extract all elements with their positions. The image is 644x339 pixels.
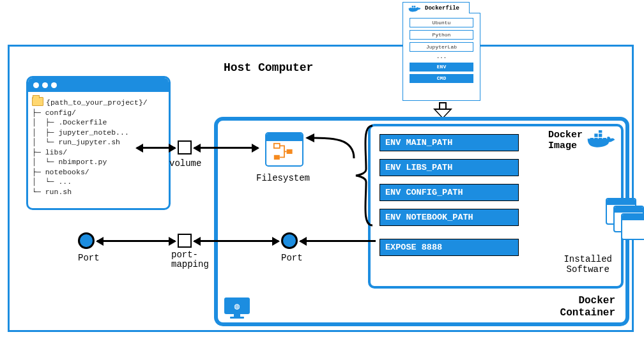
- image-label-line: Image: [548, 140, 577, 151]
- image-label: Docker Image: [548, 130, 583, 151]
- port-mapping-node: [178, 234, 192, 248]
- env-row: ENV NOTEBOOK_PATH: [379, 209, 519, 226]
- filesystem-label: Filesystem: [256, 173, 310, 183]
- svg-rect-13: [594, 133, 597, 137]
- svg-rect-15: [599, 130, 602, 133]
- filesystem-icon: [265, 132, 303, 167]
- container-label-line: Docker: [578, 295, 615, 306]
- port-icon: [281, 232, 298, 249]
- tree-line: │ └─ nbimport.py: [32, 158, 107, 166]
- tree-line: └─ run.sh: [32, 188, 72, 196]
- docker-container-box: Docker Container ◍ Filesystem Docker Ima…: [214, 117, 629, 326]
- dockerfile-row: Ubuntu: [410, 18, 473, 27]
- installed-software-label: Installed Software: [564, 254, 612, 275]
- host-label: Host Computer: [224, 61, 313, 74]
- computer-icon: ◍: [224, 298, 250, 319]
- dockerfile-env-row: ENV: [410, 63, 473, 72]
- bi-arrow-icon: [97, 240, 175, 242]
- window-titlebar: [28, 78, 169, 92]
- dockerfile-title: Dockerfile: [425, 5, 459, 11]
- window-dot-icon: [51, 82, 57, 88]
- window-dot-icon: [33, 82, 39, 88]
- env-row: ENV MAIN_PATH: [379, 134, 519, 151]
- dockerfile-document: Dockerfile Ubuntu Python JupyterLab ... …: [402, 2, 480, 101]
- host-filesystem-window: {path_to_your_project}/ ├─ config/ │ ├─ …: [26, 76, 171, 210]
- tree-line: ├─ config/: [32, 109, 76, 117]
- container-label-line: Container: [560, 307, 615, 319]
- port-label: Port: [281, 253, 303, 263]
- volume-label: volume: [169, 158, 201, 169]
- svg-rect-4: [412, 6, 414, 8]
- volume-mount-node: [178, 140, 192, 154]
- expose-row: EXPOSE 8888: [379, 239, 519, 256]
- curved-arrow-icon: [305, 132, 356, 170]
- window-dot-icon: [42, 82, 48, 88]
- page-fold-icon: [469, 2, 480, 13]
- dockerfile-row: JupyterLab: [410, 42, 473, 52]
- tree-line: ├─ notebooks/: [32, 168, 89, 176]
- tree-line: │ └─ ...: [32, 177, 72, 186]
- env-row: ENV LIBS_PATH: [379, 159, 519, 176]
- tree-line: │ ├─ jupyter_noteb...: [32, 128, 129, 137]
- env-row: ENV CONFIG_PATH: [379, 184, 519, 201]
- bi-arrow-icon: [194, 240, 279, 242]
- svg-rect-5: [414, 6, 416, 8]
- tree-line: ├─ libs/: [32, 148, 67, 156]
- svg-rect-8: [287, 149, 293, 154]
- svg-rect-7: [274, 155, 280, 160]
- port-mapping-label: port- mapping: [171, 250, 209, 270]
- docker-whale-icon: [408, 4, 421, 14]
- tree-line: │ └─ run_jupyter.sh: [32, 138, 120, 146]
- svg-rect-6: [274, 144, 280, 148]
- container-label: Docker Container: [560, 295, 615, 319]
- tree-line: │ ├─ .Dockerfile: [32, 118, 107, 126]
- docker-image-box: Docker Image ENV MAIN_PATH ENV LIBS_PATH…: [368, 124, 624, 289]
- port-icon: [78, 232, 95, 249]
- label-line: port-: [171, 250, 198, 260]
- port-label: Port: [78, 253, 100, 263]
- label-line: mapping: [171, 259, 209, 269]
- image-label-line: Docker: [548, 130, 583, 140]
- bi-arrow-icon: [194, 147, 258, 149]
- label-line: Installed: [564, 254, 612, 264]
- left-arrow-icon: [300, 240, 376, 242]
- bi-arrow-icon: [137, 147, 175, 149]
- dockerfile-cmd-row: CMD: [410, 74, 473, 83]
- svg-marker-16: [305, 133, 314, 142]
- svg-rect-14: [599, 133, 602, 137]
- curly-brace-icon: [355, 124, 374, 227]
- dockerfile-ellipsis: ...: [410, 54, 473, 61]
- tree-root: {path_to_your_project}/: [46, 98, 148, 107]
- dockerfile-row: Python: [410, 30, 473, 40]
- docker-whale-icon: [586, 130, 616, 151]
- label-line: Software: [567, 264, 610, 275]
- folder-icon: [32, 97, 43, 106]
